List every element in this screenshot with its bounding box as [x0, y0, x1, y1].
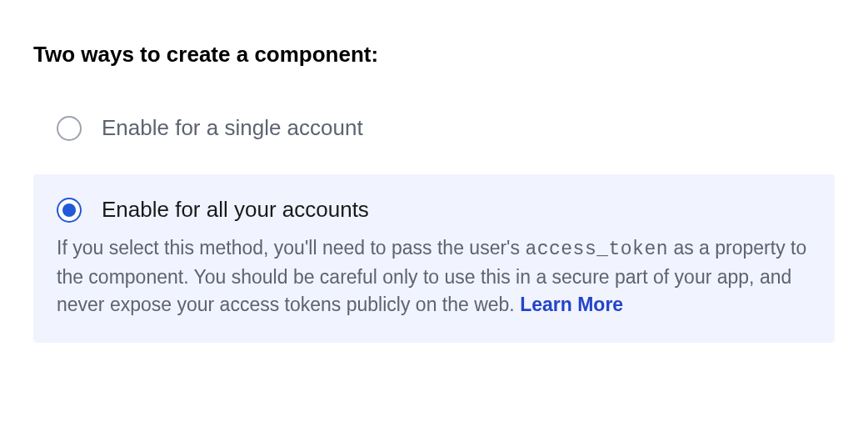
option-label: Enable for all your accounts: [102, 196, 369, 224]
description-code: access_token: [525, 239, 668, 260]
option-single-account[interactable]: Enable for a single account: [33, 99, 835, 159]
section-heading: Two ways to create a component:: [33, 42, 835, 68]
radio-checked-icon[interactable]: [57, 198, 82, 223]
description-text-pre: If you select this method, you'll need t…: [57, 237, 525, 259]
option-header: Enable for a single account: [57, 114, 811, 143]
option-label: Enable for a single account: [102, 114, 363, 143]
radio-unchecked-icon[interactable]: [57, 116, 82, 141]
option-all-accounts[interactable]: Enable for all your accounts If you sele…: [33, 174, 835, 343]
option-header: Enable for all your accounts: [57, 196, 811, 224]
learn-more-link[interactable]: Learn More: [520, 294, 623, 315]
option-description: If you select this method, you'll need t…: [57, 234, 811, 319]
